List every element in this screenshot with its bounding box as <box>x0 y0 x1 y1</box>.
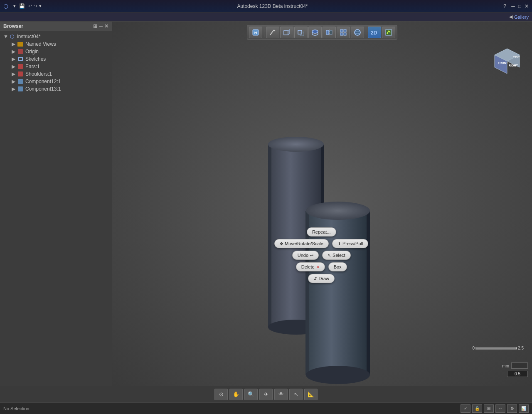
cm-box-label: Box <box>334 264 342 269</box>
ears-arrow: ▶ <box>12 64 17 69</box>
shoulders-arrow: ▶ <box>12 71 17 77</box>
svg-point-34 <box>306 366 370 384</box>
bt-zoom-btn[interactable]: 🔍 <box>244 389 258 400</box>
browser-header: Browser ⊞ ─ ✕ <box>0 22 112 31</box>
component12-icon <box>17 79 24 84</box>
save-icon[interactable]: 💾 <box>19 3 25 9</box>
svg-point-33 <box>306 202 370 220</box>
restore-btn[interactable]: □ <box>518 3 521 9</box>
cm-move-btn[interactable]: ✥ Move/Rotate/Scale <box>274 239 329 248</box>
cm-draw-label: Draw <box>318 276 329 281</box>
root-label: instruct04* <box>17 34 41 39</box>
status-btn-4[interactable]: ↔ <box>495 404 505 413</box>
app-logo: ⬡ <box>3 3 8 10</box>
named-views-label: Named Views <box>25 41 56 47</box>
named-views-icon <box>17 41 24 47</box>
bt-pan-btn[interactable]: ✋ <box>229 389 243 400</box>
tree-ears[interactable]: ▶ Ears:1 <box>0 63 112 70</box>
origin-label: Origin <box>25 49 39 54</box>
svg-text:TOP: TOP <box>513 55 520 59</box>
browser-icon-grid[interactable]: ⊞ <box>93 23 97 29</box>
gallery-bar: ◀ Gallery <box>0 12 532 22</box>
tree-root[interactable]: ▼ ⬡ instruct04* <box>0 33 112 40</box>
3d-scene <box>112 22 532 386</box>
sketches-label: Sketches <box>25 56 46 62</box>
tree-named-views[interactable]: ▶ Named Views <box>0 40 112 48</box>
bt-orbit-btn[interactable]: ⊙ <box>214 389 228 400</box>
cm-select-btn[interactable]: ↖ Select <box>322 251 351 260</box>
status-selection: No Selection <box>3 406 29 411</box>
ruler-val25: 2.5 <box>518 346 524 350</box>
cm-press-label: Press/Pull <box>342 241 363 246</box>
tree-origin[interactable]: ▶ Origin <box>0 48 112 55</box>
cm-draw-icon: ↺ <box>313 276 317 281</box>
titlebar-left-controls: ⬡ ▾ 💾 ↩ ↪ ▾ <box>3 3 42 10</box>
minimize-btn[interactable]: ─ <box>511 3 515 9</box>
bt-select-btn[interactable]: ↖ <box>289 389 303 400</box>
component12-label: Component12:1 <box>25 79 61 84</box>
unit-label: mm <box>502 364 509 368</box>
close-btn[interactable]: ✕ <box>525 3 529 9</box>
ears-icon <box>17 64 24 69</box>
component13-arrow: ▶ <box>12 86 17 92</box>
browser-icon-close[interactable]: ✕ <box>104 23 108 29</box>
main-area: Browser ⊞ ─ ✕ ▼ ⬡ instruct04* ▶ Named Vi… <box>0 22 532 386</box>
cm-press-icon: ⬆ <box>337 242 341 246</box>
cm-draw-row: ↺ Draw <box>274 274 368 283</box>
ruler: 0 2.5 <box>473 346 524 351</box>
status-btn-2[interactable]: 🔒 <box>472 404 482 413</box>
cm-delete-label: Delete <box>301 264 315 269</box>
help-icon[interactable]: ? <box>503 3 506 9</box>
cm-select-icon: ↖ <box>328 253 331 258</box>
cm-draw-btn[interactable]: ↺ Draw <box>308 274 335 283</box>
scale-input[interactable]: 10 <box>511 362 528 369</box>
svg-rect-26 <box>268 144 271 327</box>
status-btn-1[interactable]: ✓ <box>461 404 470 413</box>
status-btn-6[interactable]: 📊 <box>519 404 529 413</box>
svg-text:FRONT: FRONT <box>498 62 508 64</box>
cm-repeat-btn[interactable]: Repeat... <box>307 227 336 237</box>
tree-sketches[interactable]: ▶ Sketches <box>0 55 112 63</box>
titlebar: ⬡ ▾ 💾 ↩ ↪ ▾ Autodesk 123D Beta instruct0… <box>0 0 532 12</box>
cm-undo-select-row: Undo ↩ ↖ Select <box>274 251 368 260</box>
ears-label: Ears:1 <box>25 64 40 69</box>
undo-icon[interactable]: ↩ <box>28 3 32 9</box>
origin-arrow: ▶ <box>12 49 17 54</box>
tree-component13[interactable]: ▶ Component13:1 <box>0 85 112 93</box>
browser-title: Browser <box>3 23 23 29</box>
redo-icon[interactable]: ↪ <box>34 3 37 9</box>
cm-move-icon: ✥ <box>280 242 283 246</box>
view-cube[interactable]: TOP FRONT RIGHT <box>490 47 524 80</box>
sketches-arrow: ▶ <box>12 56 17 62</box>
status-btn-5[interactable]: ⚙ <box>507 404 517 413</box>
cm-box-btn[interactable]: Box <box>328 262 347 271</box>
cm-delete-btn[interactable]: Delete ✕ <box>296 262 325 271</box>
status-btn-3[interactable]: ⊞ <box>484 404 494 413</box>
bt-fly-btn[interactable]: ✈ <box>259 389 273 400</box>
component13-label: Component13:1 <box>25 86 61 92</box>
svg-text:RIGHT: RIGHT <box>509 64 518 67</box>
cm-select-label: Select <box>332 253 345 258</box>
tree-component12[interactable]: ▶ Component12:1 <box>0 78 112 85</box>
bt-measure-btn[interactable]: 📐 <box>304 389 318 400</box>
window-title: Autodesk 123D Beta instruct04* <box>42 3 503 9</box>
component13-icon <box>17 86 24 92</box>
component12-arrow: ▶ <box>12 79 17 84</box>
browser-icon-collapse[interactable]: ─ <box>99 23 103 29</box>
gallery-arrow-left[interactable]: ◀ <box>509 14 512 20</box>
viewport[interactable]: H 2 <box>112 22 532 386</box>
root-icon: ⬡ <box>8 34 16 39</box>
tree-shoulders[interactable]: ▶ Shoulders:1 <box>0 70 112 78</box>
browser-header-icons: ⊞ ─ ✕ <box>93 23 108 29</box>
cm-delete-box-row: Delete ✕ Box <box>274 262 368 271</box>
cm-press-pull-btn[interactable]: ⬆ Press/Pull <box>332 239 369 248</box>
titlebar-right-controls: ? ─ □ ✕ <box>503 3 529 9</box>
gallery-label[interactable]: Gallery <box>514 15 529 20</box>
statusbar: No Selection ✓ 🔒 ⊞ ↔ ⚙ 📊 <box>0 402 532 414</box>
bt-look-btn[interactable]: 👁 <box>274 389 288 400</box>
menu-file[interactable]: ▾ <box>13 3 16 9</box>
shoulders-icon <box>17 71 24 77</box>
cm-undo-btn[interactable]: Undo ↩ <box>292 251 319 260</box>
cm-move-label: Move/Rotate/Scale <box>285 241 323 246</box>
bottom-toolbar: ⊙ ✋ 🔍 ✈ 👁 ↖ 📐 <box>0 386 532 402</box>
